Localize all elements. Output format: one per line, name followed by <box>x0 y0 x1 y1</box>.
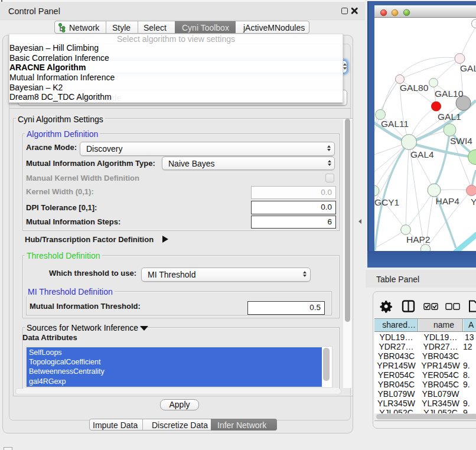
svg-text:GAL4: GAL4 <box>410 149 434 159</box>
svg-text:SWI4: SWI4 <box>450 136 472 146</box>
svg-text:YM: YM <box>471 197 476 207</box>
svg-text:GCY1: GCY1 <box>374 197 399 207</box>
svg-text:HAP4: HAP4 <box>436 196 460 206</box>
svg-text:HAP2: HAP2 <box>406 234 431 244</box>
svg-text:GAL80: GAL80 <box>400 83 429 93</box>
svg-text:GAL11: GAL11 <box>381 119 409 129</box>
svg-text:GAL1: GAL1 <box>438 112 461 122</box>
svg-text:GAL10: GAL10 <box>435 89 464 99</box>
svg-text:GAL7: GAL7 <box>460 63 476 73</box>
